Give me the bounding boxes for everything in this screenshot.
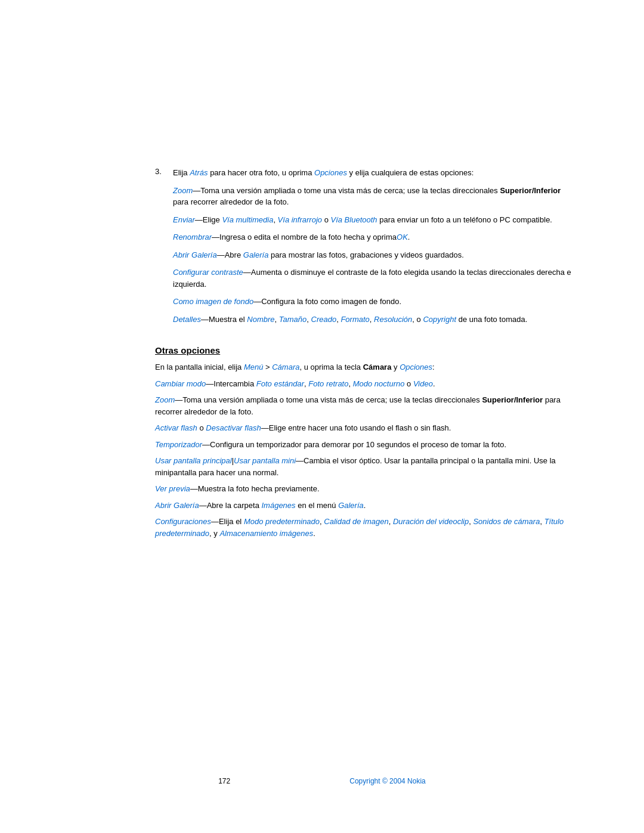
content-area: 3. Elija Atrás para hacer otra foto, u o… [155,0,572,539]
opciones-link[interactable]: Opciones [314,168,347,177]
option-enviar: Enviar—Elige Vía multimedia, Vía infrarr… [173,214,572,226]
detalles-label[interactable]: Detalles [173,315,201,324]
foto-estandar-link[interactable]: Foto estándar [256,379,304,388]
almacenamiento-imagenes-link[interactable]: Almacenamiento imágenes [219,529,313,538]
option-como-imagen-fondo: Como imagen de fondo—Configura la foto c… [173,296,572,308]
ver-previa-label[interactable]: Ver previa [155,484,190,493]
activar-flash-label[interactable]: Activar flash [155,423,197,432]
configuraciones-label[interactable]: Configuraciones [155,517,211,526]
calidad-imagen-link[interactable]: Calidad de imagen [324,517,388,526]
duracion-videoclip-link[interactable]: Duración del videoclip [393,517,469,526]
sonidos-camara-link[interactable]: Sonidos de cámara [473,517,540,526]
otras-opciones-intro: En la pantalla inicial, elija Menú > Cám… [155,361,572,373]
creado-link[interactable]: Creado [311,315,337,324]
otras-opciones-section: Otras opciones En la pantalla inicial, e… [155,345,572,539]
usar-pantalla-principal-label[interactable]: Usar pantalla principal [155,456,232,465]
camara-link[interactable]: Cámara [272,363,299,371]
via-multimedia-link[interactable]: Vía multimedia [222,215,273,224]
step-3-intro: Elija Atrás para hacer otra foto, u opri… [173,167,572,179]
step-3: 3. Elija Atrás para hacer otra foto, u o… [155,167,572,331]
como-imagen-fondo-label[interactable]: Como imagen de fondo [173,297,253,306]
galeria-2-link[interactable]: Galería [338,501,364,510]
opciones-link2[interactable]: Opciones [400,363,432,371]
page-number: 172 [218,777,230,785]
atras-link[interactable]: Atrás [190,168,208,177]
via-infrarrojo-link[interactable]: Vía infrarrojo [278,215,322,224]
zoom-label[interactable]: Zoom [173,186,193,195]
option-cambiar-modo: Cambiar modo—Intercambia Foto estándar, … [155,378,572,390]
zoom-2-label[interactable]: Zoom [155,395,175,404]
option-temporizador: Temporizador—Configura un temporizador p… [155,439,572,451]
galeria-link[interactable]: Galería [243,250,269,259]
modo-nocturno-link[interactable]: Modo nocturno [353,379,405,388]
ok-link[interactable]: OK [397,233,408,241]
temporizador-label[interactable]: Temporizador [155,440,202,449]
option-usar-pantalla: Usar pantalla principal|Usar pantalla mi… [155,455,572,478]
step-content: Elija Atrás para hacer otra foto, u opri… [173,167,572,331]
option-activar-flash: Activar flash o Desactivar flash—Elige e… [155,422,572,434]
resolucion-link[interactable]: Resolución [374,315,412,324]
nombre-link[interactable]: Nombre [247,315,274,324]
option-detalles: Detalles—Muestra el Nombre, Tamaño, Crea… [173,314,572,326]
otras-opciones-heading: Otras opciones [155,345,572,355]
option-zoom-2: Zoom—Toma una versión ampliada o tome un… [155,394,572,417]
renombrar-label[interactable]: Renombrar [173,233,212,241]
imagenes-link[interactable]: Imágenes [261,501,295,510]
via-bluetooth-link[interactable]: Vía Bluetooth [331,215,377,224]
footer: 172 Copyright © 2004 Nokia [0,777,644,785]
option-ver-previa: Ver previa—Muestra la foto hecha previam… [155,483,572,495]
cambiar-modo-label[interactable]: Cambiar modo [155,379,206,388]
option-configurar-contraste: Configurar contraste—Aumenta o disminuye… [173,267,572,290]
copyright-text: Copyright © 2004 Nokia [349,777,426,785]
enviar-label[interactable]: Enviar [173,215,195,224]
video-link[interactable]: Video [413,379,433,388]
step-number: 3. [155,167,173,331]
copyright-link[interactable]: Copyright [423,315,456,324]
tamano-link[interactable]: Tamaño [279,315,307,324]
abrir-galeria-2-label[interactable]: Abrir Galería [155,501,199,510]
foto-retrato-link[interactable]: Foto retrato [308,379,348,388]
configurar-contraste-label[interactable]: Configurar contraste [173,268,243,277]
abrir-galeria-label[interactable]: Abrir Galería [173,250,217,259]
desactivar-flash-label[interactable]: Desactivar flash [206,423,261,432]
option-abrir-galeria-2: Abrir Galería—Abre la carpeta Imágenes e… [155,500,572,512]
option-configuraciones: Configuraciones—Elija el Modo predetermi… [155,516,572,539]
option-abrir-galeria: Abrir Galería—Abre Galería para mostrar … [173,249,572,261]
modo-predeterminado-link[interactable]: Modo predeterminado [244,517,320,526]
menu-link[interactable]: Menú [244,363,264,371]
usar-pantalla-mini-label[interactable]: Usar pantalla mini [234,456,296,465]
formato-link[interactable]: Formato [340,315,369,324]
page: 3. Elija Atrás para hacer otra foto, u o… [0,0,644,833]
option-renombrar: Renombrar—Ingresa o edita el nombre de l… [173,231,572,243]
option-zoom: Zoom—Toma una versión ampliada o tome un… [173,185,572,208]
